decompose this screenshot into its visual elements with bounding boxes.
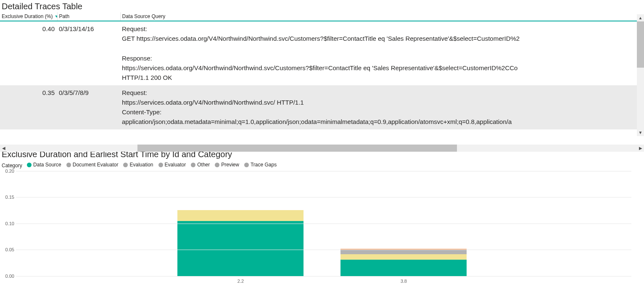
traces-table-container: Exclusive Duration (%) Path Data Source … <box>0 12 644 138</box>
col-header-dsq[interactable]: Data Source Query <box>120 12 639 21</box>
legend-item-label: Preview <box>221 162 239 168</box>
legend-item-label: Trace Gaps <box>251 162 277 168</box>
legend-item[interactable]: Data Source <box>27 162 61 168</box>
legend-item-label: Evaluator <box>165 162 186 168</box>
cell-path: 0/3/5/7/8/9 <box>57 85 120 129</box>
cell-dsq: Request: https://services.odata.org/V4/N… <box>120 85 639 129</box>
y-tick-label: 0.05 <box>2 247 14 252</box>
legend-swatch-icon <box>66 163 71 167</box>
legend-item[interactable]: Document Evaluator <box>66 162 119 168</box>
legend-item-label: Other <box>197 162 210 168</box>
legend-label: Category <box>2 163 22 169</box>
bar-segment[interactable] <box>340 254 467 260</box>
legend-item-label: Document Evaluator <box>73 162 119 168</box>
x-tick-label: 2.2 <box>177 279 304 284</box>
bar-group[interactable]: 2.2 <box>177 193 304 276</box>
col-header-duration[interactable]: Exclusive Duration (%) <box>0 12 57 21</box>
y-tick-label: 0.20 <box>2 169 14 174</box>
legend-item[interactable]: Evaluator <box>158 162 186 168</box>
horizontal-scroll-thumb[interactable] <box>137 145 457 152</box>
gridline <box>16 224 631 224</box>
legend-swatch-icon <box>27 163 32 167</box>
cell-dsq: Request: GET https://services.odata.org/… <box>120 21 639 85</box>
vertical-scrollbar[interactable]: ▲ ▼ <box>637 21 644 129</box>
legend-item-label: Evaluation <box>129 162 153 168</box>
bar-segment[interactable] <box>340 250 467 254</box>
scroll-left-icon[interactable]: ◀ <box>0 145 7 152</box>
table-row[interactable]: 0.400/3/13/14/16Request: GET https://ser… <box>0 21 639 85</box>
gridline <box>16 171 631 171</box>
scroll-down-icon[interactable]: ▼ <box>637 129 644 136</box>
legend-swatch-icon <box>244 163 249 167</box>
vertical-scroll-thumb[interactable] <box>637 21 644 68</box>
cell-duration: 0.40 <box>0 21 57 85</box>
bar-segment[interactable] <box>177 221 304 276</box>
legend-swatch-icon <box>158 163 163 167</box>
scroll-up-icon[interactable]: ▲ <box>637 14 644 21</box>
table-title: Detailed Traces Table <box>0 0 644 12</box>
legend-swatch-icon <box>123 163 128 167</box>
bar-segment[interactable] <box>177 210 304 221</box>
chart-area: 0.000.050.100.150.20 2.23.8 <box>2 171 631 284</box>
bar-segment[interactable] <box>340 260 467 276</box>
legend-item[interactable]: Trace Gaps <box>244 162 277 168</box>
legend-item[interactable]: Preview <box>215 162 239 168</box>
table-row[interactable]: 0.350/3/5/7/8/9Request: https://services… <box>0 85 639 129</box>
legend-item[interactable]: Other <box>191 162 210 168</box>
chart-plot[interactable]: 2.23.8 <box>16 171 631 276</box>
sort-descending-icon <box>55 16 57 18</box>
cell-duration: 0.35 <box>0 85 57 129</box>
legend-swatch-icon <box>215 163 219 167</box>
y-tick-label: 0.15 <box>2 195 14 200</box>
scroll-right-icon[interactable]: ▶ <box>637 145 644 152</box>
cell-path: 0/3/13/14/16 <box>57 21 120 85</box>
y-axis: 0.000.050.100.150.20 <box>2 171 14 276</box>
y-tick-label: 0.00 <box>2 274 14 279</box>
gridline <box>16 250 631 250</box>
legend-swatch-icon <box>191 163 195 167</box>
gridline <box>16 197 631 197</box>
traces-table: Exclusive Duration (%) Path Data Source … <box>0 12 639 129</box>
col-header-path[interactable]: Path <box>57 12 120 21</box>
x-tick-label: 3.8 <box>340 279 467 284</box>
chart-legend: Category Data SourceDocument EvaluatorEv… <box>0 160 644 171</box>
horizontal-scrollbar[interactable]: ◀ ▶ <box>7 145 637 152</box>
col-header-duration-label: Exclusive Duration (%) <box>2 13 53 19</box>
y-tick-label: 0.10 <box>2 221 14 226</box>
bar-group[interactable]: 3.8 <box>340 222 467 276</box>
gridline <box>16 276 631 276</box>
legend-item[interactable]: Evaluation <box>123 162 153 168</box>
legend-item-label: Data Source <box>33 162 61 168</box>
